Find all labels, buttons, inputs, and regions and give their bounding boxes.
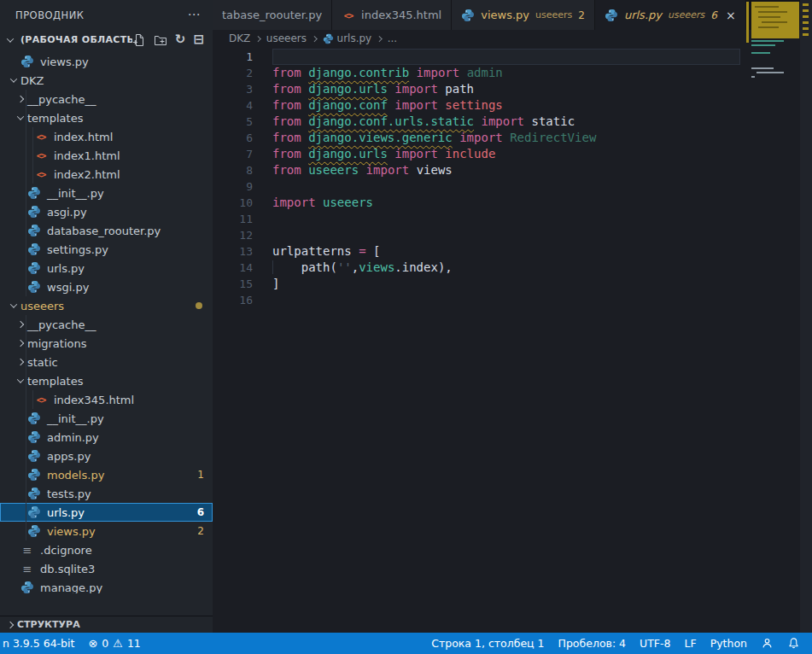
- tree-item-asgi-py[interactable]: asgi.py: [0, 202, 213, 221]
- code-line-6[interactable]: 6from django.views.generic import Redire…: [213, 130, 812, 146]
- refresh-icon[interactable]: ↻: [175, 33, 186, 46]
- breadcrumb-item[interactable]: DKZ: [229, 32, 250, 44]
- code-line-13[interactable]: 13urlpatterns = [: [213, 243, 812, 260]
- tree-folder-pycache[interactable]: __pycache__: [0, 315, 213, 334]
- tree-item-init-py[interactable]: __init__.py: [0, 409, 213, 428]
- code-line-9[interactable]: 9: [213, 178, 812, 195]
- structure-section-header[interactable]: СТРУКТУРА: [0, 616, 213, 633]
- status-language[interactable]: Python: [704, 633, 754, 654]
- workspace-section-header[interactable]: (РАБОЧАЯ ОБЛАСТЬ) ... ↻ ⊟: [0, 30, 213, 50]
- code-line-12[interactable]: 12: [213, 227, 812, 243]
- new-file-icon[interactable]: [132, 33, 146, 47]
- minimap-mark: [762, 21, 787, 23]
- tree-item-index-html[interactable]: <>index.html: [0, 127, 213, 146]
- tree-item-database-roouter-py[interactable]: database_roouter.py: [0, 221, 213, 240]
- breadcrumb-item[interactable]: urls.py: [323, 32, 372, 44]
- tree-item-label: __pycache__: [27, 318, 96, 331]
- tab-tabase-roouter-py[interactable]: tabase_roouter.py: [213, 0, 331, 30]
- close-icon[interactable]: ×: [726, 9, 736, 22]
- tab-index345-html[interactable]: <>index345.html: [332, 0, 451, 30]
- tree-folder-static[interactable]: static: [0, 353, 213, 371]
- tree-item-wsgi-py[interactable]: wsgi.py: [0, 277, 213, 296]
- text-file-icon: ≡: [23, 544, 32, 557]
- code-line-10[interactable]: 10import useeers: [213, 195, 812, 211]
- error-count: 0: [102, 637, 108, 650]
- breadcrumb-file-label: urls.py: [337, 32, 372, 44]
- minimap-mark: [751, 67, 774, 69]
- minimap[interactable]: [746, 0, 812, 633]
- status-python-version[interactable]: n 3.9.5 64-bit: [0, 633, 81, 654]
- tree-item-apps-py[interactable]: apps.py: [0, 447, 213, 465]
- tree-item-settings-py[interactable]: settings.py: [0, 240, 213, 259]
- chevron-down-icon: [7, 35, 14, 42]
- tree-item-urls-py[interactable]: urls.py: [0, 259, 213, 277]
- status-encoding[interactable]: UTF-8: [633, 633, 677, 654]
- status-cursor-position[interactable]: Строка 1, столбец 1: [429, 633, 551, 654]
- indent-guide: [26, 371, 26, 390]
- code-line-5[interactable]: 5from django.conf.urls.static import sta…: [213, 114, 812, 130]
- breadcrumb: DKZ useeers urls.py ...: [213, 30, 812, 47]
- warning-count: 11: [127, 637, 141, 650]
- notifications-bell-icon[interactable]: [780, 633, 807, 654]
- feedback-icon[interactable]: [754, 633, 780, 654]
- tree-folder-migrations[interactable]: migrations: [0, 334, 213, 353]
- tree-item-init-py[interactable]: __init__.py: [0, 184, 213, 202]
- indent-guide: [26, 409, 26, 428]
- minimap-mark: [758, 16, 780, 18]
- tree-item-tests-py[interactable]: tests.py: [0, 484, 213, 503]
- problems-badge: 6: [197, 506, 204, 518]
- status-indentation[interactable]: Пробелов: 4: [552, 633, 634, 654]
- tree-item-views-py[interactable]: views.py2: [0, 522, 213, 540]
- code-line-15[interactable]: 15]: [213, 276, 812, 292]
- tree-item-label: views.py: [47, 525, 96, 538]
- code-line-1[interactable]: 1: [213, 49, 812, 65]
- tree-item-admin-py[interactable]: admin.py: [0, 428, 213, 447]
- code-line-3[interactable]: 3from django.urls import path: [213, 81, 812, 97]
- tab-label: tabase_roouter.py: [222, 9, 322, 21]
- file-tree: views.pyDKZ__pycache__templates<>index.h…: [0, 50, 213, 593]
- tree-folder-useeers[interactable]: useeers: [0, 296, 213, 315]
- tree-item-urls-py[interactable]: urls.py6: [0, 503, 213, 522]
- tree-folder-pycache[interactable]: __pycache__: [0, 90, 213, 108]
- tree-item-index1-html[interactable]: <>index1.html: [0, 146, 213, 165]
- python-icon: [27, 186, 41, 200]
- code-line-8[interactable]: 8from useeers import views: [213, 162, 812, 178]
- tree-item-manage-py[interactable]: manage.py: [0, 578, 213, 593]
- code-editor[interactable]: 12from django.contrib import admin3from …: [213, 47, 812, 633]
- tree-item-db-sqlite3[interactable]: ≡db.sqlite3: [0, 559, 213, 578]
- code-line-11[interactable]: 11: [213, 211, 812, 227]
- tree-item-dcignore[interactable]: ≡.dcignore: [0, 540, 213, 559]
- breadcrumb-item[interactable]: ...: [388, 32, 397, 44]
- code-line-16[interactable]: 16: [213, 292, 812, 308]
- tree-item-views-py[interactable]: views.py: [0, 52, 213, 71]
- code-line-2[interactable]: 2from django.contrib import admin: [213, 65, 812, 81]
- tree-folder-templates[interactable]: templates: [0, 371, 213, 390]
- chevron-right-icon: [17, 96, 24, 102]
- tree-item-label: manage.py: [40, 581, 102, 594]
- breadcrumb-item[interactable]: useeers: [266, 32, 307, 44]
- tab-views-py[interactable]: views.pyuseeers2: [452, 0, 594, 30]
- tree-item-label: models.py: [47, 469, 104, 482]
- tree-item-label: urls.py: [47, 506, 85, 519]
- tree-item-label: index.html: [54, 131, 113, 143]
- new-folder-icon[interactable]: [154, 33, 167, 47]
- tree-item-label: wsgi.py: [47, 281, 89, 294]
- code-line-4[interactable]: 4from django.conf import settings: [213, 97, 812, 114]
- tab-urls-py[interactable]: urls.pyuseeers6×: [595, 0, 745, 30]
- tree-item-index2-html[interactable]: <>index2.html: [0, 165, 213, 184]
- overview-ruler[interactable]: [800, 0, 812, 633]
- problems-badge: 2: [197, 525, 204, 537]
- status-problems[interactable]: ⊗ 0 ⚠ 11: [81, 633, 147, 654]
- tree-folder-dkz[interactable]: DKZ: [0, 71, 213, 90]
- more-actions-icon[interactable]: ⋯: [188, 9, 202, 21]
- code-line-14[interactable]: 14 path('',views.index),: [213, 260, 812, 276]
- tree-folder-templates[interactable]: templates: [0, 108, 213, 127]
- minimap-mark: [751, 44, 775, 46]
- tree-item-models-py[interactable]: models.py1: [0, 465, 213, 484]
- tree-item-index345-html[interactable]: <>index345.html: [0, 390, 213, 409]
- tab-label: urls.py: [624, 9, 662, 21]
- collapse-all-icon[interactable]: ⊟: [193, 33, 204, 46]
- indent-guide: [26, 465, 26, 484]
- code-line-7[interactable]: 7from django.urls import include: [213, 146, 812, 162]
- status-eol[interactable]: LF: [678, 633, 704, 654]
